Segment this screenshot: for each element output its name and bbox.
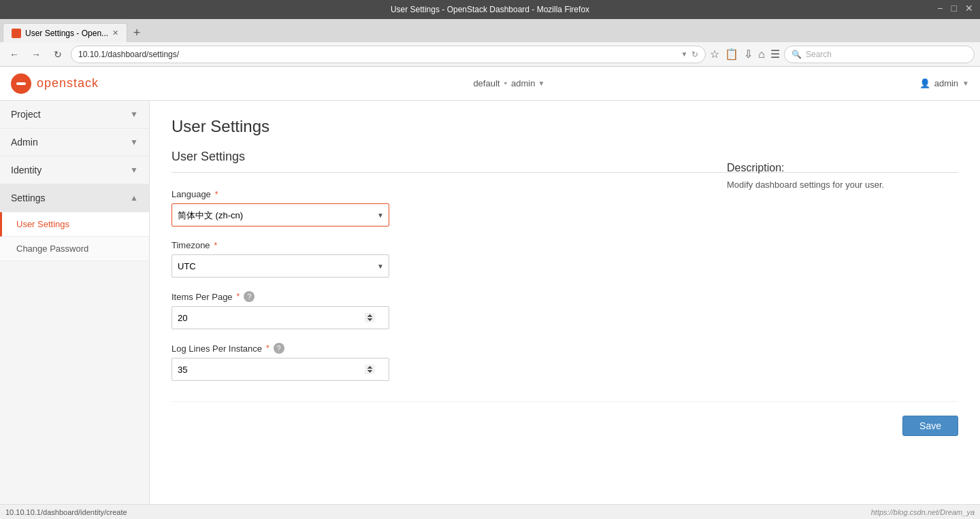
admin-user-label[interactable]: admin xyxy=(934,78,958,88)
url-dropdown-icon[interactable]: ▼ xyxy=(681,50,687,58)
timezone-select-wrapper: UTC US/Eastern US/Pacific Europe/London xyxy=(172,254,389,278)
form-description: Description: Modify dashboard settings f… xyxy=(727,162,958,190)
settings-chevron-icon: ▲ xyxy=(130,193,138,203)
os-header-right: 👤 admin ▼ xyxy=(919,78,969,88)
content-area: User Settings User Settings Description:… xyxy=(150,101,980,519)
reload-button[interactable]: ↻ xyxy=(49,46,67,63)
form-actions: Save xyxy=(172,401,958,436)
sidebar-item-project[interactable]: Project ▼ xyxy=(0,101,149,129)
watermark: https://blog.csdn.net/Dream_ya xyxy=(871,508,975,516)
nav-icons: ☆ 📋 ⇩ ⌂ ☰ xyxy=(710,48,780,61)
admin-dropdown-chevron[interactable]: ▼ xyxy=(962,80,969,87)
timezone-required-star: * xyxy=(214,241,218,250)
sidebar-item-settings[interactable]: Settings ▲ xyxy=(0,184,149,212)
items-per-page-input[interactable] xyxy=(172,306,389,329)
items-per-page-form-group: Items Per Page * ? xyxy=(172,291,553,329)
form-fields: Language * 简体中文 (zh-cn) English (en) Deu… xyxy=(172,189,553,381)
main-layout: Project ▼ Admin ▼ Identity ▼ Settings ▲ … xyxy=(0,101,980,519)
home-icon[interactable]: ⌂ xyxy=(758,48,765,61)
maximize-button[interactable]: □ xyxy=(951,3,957,14)
url-bar[interactable]: 10.10.1/dashboard/settings/ ▼ ↻ xyxy=(71,46,706,63)
sidebar-item-identity-label: Identity xyxy=(11,165,42,175)
search-bar[interactable]: 🔍 Search xyxy=(784,46,975,63)
sidebar-item-identity[interactable]: Identity ▼ xyxy=(0,156,149,184)
browser-navbar: ← → ↻ 10.10.1/dashboard/settings/ ▼ ↻ ☆ … xyxy=(0,42,980,67)
browser-title: User Settings - OpenStack Dashboard - Mo… xyxy=(391,5,589,14)
browser-tabs-bar: User Settings - Open... ✕ + xyxy=(0,19,980,42)
sidebar: Project ▼ Admin ▼ Identity ▼ Settings ▲ … xyxy=(0,101,150,519)
tab-close-button[interactable]: ✕ xyxy=(112,29,118,37)
page-title: User Settings xyxy=(172,117,958,136)
log-lines-help-icon[interactable]: ? xyxy=(274,343,284,354)
header-user[interactable]: admin xyxy=(511,78,535,88)
forward-button[interactable]: → xyxy=(27,46,45,63)
sidebar-subitem-user-settings-label: User Settings xyxy=(16,219,69,229)
timezone-label: Timezone * xyxy=(172,240,553,250)
log-lines-form-group: Log Lines Per Instance * ? xyxy=(172,343,553,381)
active-tab[interactable]: User Settings - Open... ✕ xyxy=(3,23,127,42)
language-label: Language * xyxy=(172,189,553,199)
log-lines-label: Log Lines Per Instance * ? xyxy=(172,343,553,354)
items-per-page-required-star: * xyxy=(237,292,240,301)
language-form-group: Language * 简体中文 (zh-cn) English (en) Deu… xyxy=(172,189,553,227)
items-per-page-help-icon[interactable]: ? xyxy=(244,291,255,302)
menu-icon[interactable]: ☰ xyxy=(770,48,780,61)
os-logo-icon xyxy=(11,73,31,94)
user-icon: 👤 xyxy=(919,78,930,88)
items-per-page-label: Items Per Page * ? xyxy=(172,291,553,302)
sidebar-item-project-label: Project xyxy=(11,109,41,120)
search-placeholder: Search xyxy=(806,50,832,59)
url-reload-icon[interactable]: ↻ xyxy=(691,50,698,59)
language-select[interactable]: 简体中文 (zh-cn) English (en) Deutsch (de) E… xyxy=(172,203,389,227)
browser-window-controls[interactable]: − □ ✕ xyxy=(937,3,973,14)
tab-favicon xyxy=(12,29,21,38)
description-title: Description: xyxy=(727,162,958,174)
bookmark-star-icon[interactable]: ☆ xyxy=(710,48,719,61)
sidebar-subitem-change-password-label: Change Password xyxy=(16,244,88,254)
save-button[interactable]: Save xyxy=(902,416,958,436)
sidebar-subitem-change-password[interactable]: Change Password xyxy=(0,237,149,261)
sidebar-item-admin[interactable]: Admin ▼ xyxy=(0,129,149,156)
svg-point-2 xyxy=(16,82,19,85)
log-lines-input[interactable] xyxy=(172,358,389,381)
log-lines-number-wrapper xyxy=(172,358,389,381)
search-icon: 🔍 xyxy=(791,50,802,59)
os-header-center: default • admin ▼ xyxy=(99,78,919,88)
close-window-button[interactable]: ✕ xyxy=(965,3,973,14)
os-logo-text: openstack xyxy=(37,76,99,90)
url-text: 10.10.1/dashboard/settings/ xyxy=(78,50,179,59)
sidebar-subitem-user-settings[interactable]: User Settings xyxy=(0,212,149,237)
reading-list-icon[interactable]: 📋 xyxy=(725,48,738,61)
language-required-star: * xyxy=(215,190,218,199)
browser-titlebar: User Settings - OpenStack Dashboard - Mo… xyxy=(0,0,980,19)
items-per-page-number-wrapper xyxy=(172,306,389,329)
project-chevron-icon: ▼ xyxy=(130,110,138,119)
minimize-button[interactable]: − xyxy=(937,3,943,14)
svg-point-3 xyxy=(23,82,26,85)
header-separator: • xyxy=(504,78,507,88)
sidebar-item-settings-label: Settings xyxy=(11,192,46,203)
download-icon[interactable]: ⇩ xyxy=(744,48,753,61)
openstack-header: openstack default • admin ▼ 👤 admin ▼ xyxy=(0,67,980,101)
header-user-chevron[interactable]: ▼ xyxy=(538,80,544,87)
timezone-select[interactable]: UTC US/Eastern US/Pacific Europe/London xyxy=(172,254,389,278)
admin-chevron-icon: ▼ xyxy=(130,137,138,147)
description-text: Modify dashboard settings for your user. xyxy=(727,180,958,190)
identity-chevron-icon: ▼ xyxy=(130,165,138,175)
header-domain[interactable]: default xyxy=(473,78,500,88)
form-container: User Settings Description: Modify dashbo… xyxy=(172,150,958,436)
language-select-wrapper: 简体中文 (zh-cn) English (en) Deutsch (de) E… xyxy=(172,203,389,227)
new-tab-button[interactable]: + xyxy=(127,23,146,42)
openstack-logo[interactable]: openstack xyxy=(11,73,99,94)
status-bar: 10.10.10.1/dashboard/identity/create htt… xyxy=(0,504,980,519)
log-lines-required-star: * xyxy=(266,344,270,353)
status-url: 10.10.10.1/dashboard/identity/create xyxy=(5,508,127,516)
back-button[interactable]: ← xyxy=(5,46,23,63)
timezone-form-group: Timezone * UTC US/Eastern US/Pacific Eur… xyxy=(172,240,553,278)
sidebar-item-admin-label: Admin xyxy=(11,137,38,148)
tab-label: User Settings - Open... xyxy=(25,29,108,38)
